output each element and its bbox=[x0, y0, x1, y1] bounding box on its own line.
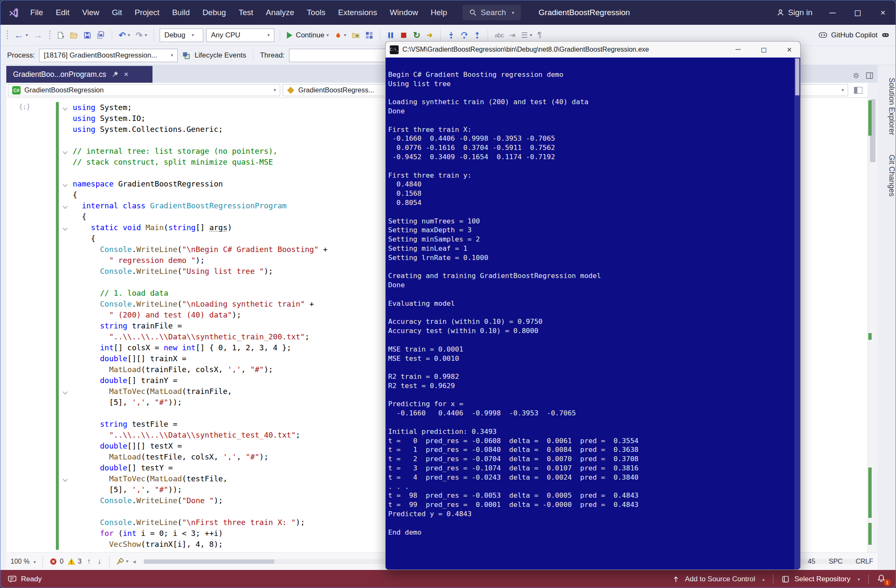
console-line bbox=[388, 116, 794, 125]
platform-value: Any CPU bbox=[211, 31, 240, 39]
warning-indicator[interactable]: 3 bbox=[68, 558, 81, 565]
menu-item-project[interactable]: Project bbox=[129, 0, 166, 25]
solution-configuration-dropdown[interactable]: Debug ▾ bbox=[160, 29, 203, 42]
line-ending-indicator[interactable]: CRLF bbox=[856, 553, 873, 570]
fold-margin bbox=[61, 277, 73, 288]
console-line: 0.1568 bbox=[388, 189, 794, 198]
menu-item-git[interactable]: Git bbox=[105, 0, 128, 25]
menu-item-edit[interactable]: Edit bbox=[50, 0, 76, 25]
menu-item-extensions[interactable]: Extensions bbox=[332, 0, 384, 25]
editor-vertical-scrollbar[interactable] bbox=[867, 98, 878, 552]
navigate-back-button[interactable]: ←▾ bbox=[13, 28, 29, 42]
step-into-button[interactable] bbox=[446, 30, 456, 41]
show-lines-button[interactable]: ☰▾ bbox=[520, 29, 533, 42]
fold-chevron-icon[interactable] bbox=[63, 477, 67, 481]
breakpoint-settings-button[interactable]: abc bbox=[494, 30, 505, 40]
add-to-source-control-button[interactable]: Add to Source Control bbox=[685, 575, 755, 583]
error-indicator[interactable]: 0 bbox=[50, 558, 63, 565]
continue-button[interactable]: Continue ▾ bbox=[286, 29, 330, 41]
close-tab-icon[interactable]: × bbox=[124, 70, 129, 79]
show-next-statement-button[interactable] bbox=[425, 30, 435, 41]
text-wrap-button[interactable]: ⇥ bbox=[508, 29, 517, 42]
console-close-button[interactable]: × bbox=[778, 42, 800, 58]
toolbar-grip[interactable] bbox=[49, 30, 51, 41]
project-dropdown[interactable]: C# GradientBoostRegression ▾ bbox=[8, 84, 280, 96]
diagnostic-tools-button[interactable] bbox=[364, 30, 374, 41]
step-over-button[interactable] bbox=[459, 30, 469, 41]
restart-button[interactable]: ↻ bbox=[412, 29, 422, 42]
window-layout-icon[interactable] bbox=[866, 72, 873, 79]
hscroll-left-arrow-icon[interactable]: ◂ bbox=[133, 558, 136, 565]
show-whitespace-button[interactable]: ¶ bbox=[536, 29, 543, 41]
notifications-button[interactable]: 1 bbox=[877, 574, 888, 584]
split-editor-icon[interactable] bbox=[854, 87, 862, 94]
github-copilot-button[interactable]: GitHub Copilot bbox=[819, 31, 890, 39]
close-button[interactable]: × bbox=[870, 0, 896, 25]
scrollbar-thumb[interactable] bbox=[144, 559, 274, 564]
previous-issue-button[interactable]: ↑ bbox=[86, 557, 92, 566]
save-icon bbox=[84, 32, 91, 39]
console-scrollbar[interactable] bbox=[794, 58, 800, 570]
menu-item-file[interactable]: File bbox=[24, 0, 50, 25]
navigate-forward-button[interactable]: → bbox=[32, 28, 44, 42]
fold-chevron-icon[interactable] bbox=[63, 149, 67, 154]
save-button[interactable] bbox=[82, 30, 92, 41]
console-line bbox=[388, 308, 794, 318]
menu-item-build[interactable]: Build bbox=[166, 0, 196, 25]
step-out-button[interactable] bbox=[472, 30, 482, 41]
console-line bbox=[388, 61, 794, 70]
hot-reload-button[interactable]: ▾ bbox=[333, 30, 348, 41]
minimize-button[interactable]: ─ bbox=[820, 0, 845, 25]
pin-icon[interactable] bbox=[111, 71, 119, 78]
tab-gradientboostregression-program[interactable]: GradientBoo...onProgram.cs × bbox=[6, 66, 152, 83]
next-issue-button[interactable]: ↓ bbox=[96, 557, 102, 566]
code-cleanup-button[interactable]: ▾ bbox=[116, 558, 129, 565]
menu-item-test[interactable]: Test bbox=[232, 0, 260, 25]
menu-item-window[interactable]: Window bbox=[384, 0, 425, 25]
menu-item-analyze[interactable]: Analyze bbox=[260, 0, 301, 25]
console-window[interactable]: C:\_ C:\VSM\GradientBoostRegression\bin\… bbox=[385, 41, 801, 570]
select-repository-button[interactable]: Select Repository bbox=[794, 575, 850, 583]
fold-chevron-icon[interactable] bbox=[63, 226, 67, 230]
space-indicator[interactable]: SPC bbox=[829, 553, 843, 570]
search-box[interactable]: Search ▾ bbox=[462, 5, 521, 20]
menu-item-tools[interactable]: Tools bbox=[300, 0, 331, 25]
fold-margin bbox=[61, 342, 73, 353]
new-file-button[interactable] bbox=[55, 30, 66, 41]
maximize-button[interactable]: ◻ bbox=[845, 0, 870, 25]
fold-chevron-icon[interactable] bbox=[63, 389, 67, 394]
console-scrollbar-thumb[interactable] bbox=[795, 58, 799, 95]
menu-item-help[interactable]: Help bbox=[424, 0, 453, 25]
apply-code-changes-button[interactable] bbox=[350, 29, 361, 41]
console-line: Setting lrnRate = 0.1000 bbox=[388, 253, 794, 262]
solution-platform-dropdown[interactable]: Any CPU ▾ bbox=[206, 29, 274, 42]
break-all-button[interactable] bbox=[386, 30, 396, 41]
fold-chevron-icon[interactable] bbox=[63, 204, 67, 208]
console-line: Accuracy train (within 0.10) = 0.9750 bbox=[388, 317, 794, 326]
separator bbox=[42, 556, 43, 567]
sign-in-button[interactable]: Sign in bbox=[777, 8, 812, 17]
tool-tab-solution-explorer[interactable]: Solution Explorer bbox=[878, 71, 896, 142]
menu-item-debug[interactable]: Debug bbox=[196, 0, 232, 25]
gear-icon[interactable] bbox=[852, 72, 860, 79]
right-tool-tab-strip: Solution ExplorerGit Changes bbox=[878, 65, 896, 570]
process-dropdown[interactable]: [18176] GradientBoostRegression... ▾ bbox=[39, 49, 178, 62]
toolbar-grip[interactable] bbox=[6, 30, 8, 41]
fold-margin bbox=[61, 211, 73, 222]
tool-tab-git-changes[interactable]: Git Changes bbox=[878, 148, 896, 203]
fold-chevron-icon[interactable] bbox=[63, 182, 67, 186]
console-line: Setting minLeaf = 1 bbox=[388, 244, 794, 253]
fold-margin bbox=[61, 506, 73, 517]
undo-button[interactable]: ↶▾ bbox=[118, 29, 131, 42]
fold-chevron-icon[interactable] bbox=[63, 105, 67, 110]
lifecycle-events-button[interactable]: Lifecycle Events bbox=[194, 51, 246, 60]
menu-item-view[interactable]: View bbox=[76, 0, 105, 25]
stop-debugging-button[interactable] bbox=[399, 30, 409, 41]
redo-button[interactable]: ↷▾ bbox=[134, 29, 148, 42]
open-file-button[interactable] bbox=[68, 29, 79, 41]
console-minimize-button[interactable]: ─ bbox=[727, 42, 749, 58]
console-title-bar[interactable]: C:\_ C:\VSM\GradientBoostRegression\bin\… bbox=[386, 42, 800, 58]
save-all-button[interactable] bbox=[95, 29, 106, 41]
console-maximize-button[interactable]: ◻ bbox=[753, 42, 775, 58]
zoom-dropdown[interactable]: 100 % ▾ bbox=[11, 558, 36, 565]
